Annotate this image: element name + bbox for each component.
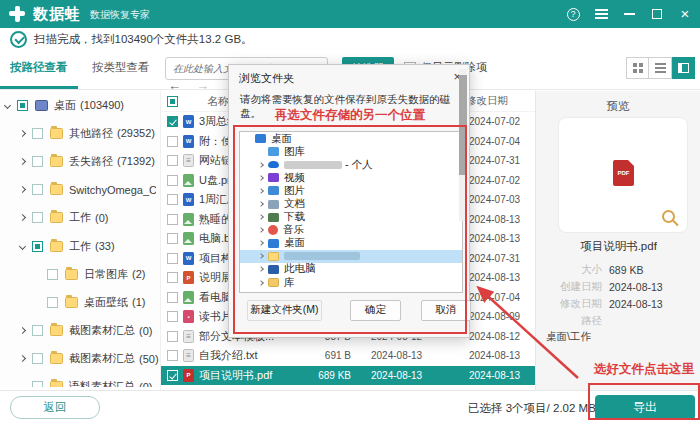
- file-checkbox[interactable]: [167, 350, 178, 361]
- minimize-icon[interactable]: [622, 7, 636, 21]
- file-checkbox[interactable]: [167, 116, 178, 127]
- folder-label: 桌面: [284, 236, 305, 250]
- folder-checkbox[interactable]: [32, 156, 43, 167]
- expand-arrow-icon[interactable]: [19, 214, 26, 221]
- file-modified-date: 2024-07-02: [469, 116, 533, 127]
- zoom-preview-icon[interactable]: [662, 210, 675, 223]
- expand-arrow-icon[interactable]: [258, 201, 264, 207]
- bottom-bar: 返回 已选择 3个项目/ 2.02 MB 导出: [0, 390, 700, 423]
- active-tab-underline: [0, 86, 78, 89]
- file-checkbox[interactable]: [167, 214, 178, 225]
- folder-label: 截图素材汇总: [69, 323, 135, 338]
- dialog-tree-item[interactable]: 下载: [240, 211, 462, 224]
- file-checkbox[interactable]: [167, 136, 178, 147]
- folder-checkbox[interactable]: [32, 241, 43, 252]
- new-folder-button[interactable]: 新建文件夹(M): [247, 300, 322, 321]
- expand-arrow-icon[interactable]: [258, 240, 264, 246]
- forward-arrow-icon[interactable]: →: [196, 78, 209, 93]
- sidebar-tree-item[interactable]: 工作 (33): [0, 232, 160, 260]
- dialog-tree-item[interactable]: 图库: [240, 145, 462, 158]
- grid-view-button[interactable]: [626, 57, 649, 79]
- file-row[interactable]: 项目说明书.pdf 689 KB 2024-08-13 2024-08-13: [161, 366, 535, 386]
- dialog-tree-item[interactable]: 库: [240, 276, 462, 289]
- sidebar-tree-item[interactable]: 日常图库 (2): [0, 260, 160, 288]
- dialog-tree-item[interactable]: - 个人: [240, 158, 462, 171]
- sidebar-tree-item[interactable]: 其他路径 (29352): [0, 119, 160, 147]
- cancel-button[interactable]: 取消: [421, 300, 471, 321]
- expand-arrow-icon[interactable]: [258, 267, 264, 273]
- folder-checkbox[interactable]: [32, 381, 43, 387]
- folder-icon: [268, 278, 279, 287]
- folder-checkbox[interactable]: [47, 297, 58, 308]
- folder-checkbox[interactable]: [32, 325, 43, 336]
- expand-arrow-icon[interactable]: [19, 130, 26, 137]
- dialog-tree-item[interactable]: 图片: [240, 184, 462, 197]
- sidebar-tree-item[interactable]: 桌面 (103490): [0, 91, 160, 119]
- back-arrow-icon[interactable]: ←: [168, 78, 181, 93]
- file-checkbox[interactable]: [167, 272, 178, 283]
- detail-view-button[interactable]: [672, 57, 695, 79]
- tab-by-path[interactable]: 按路径查看: [10, 60, 68, 75]
- file-checkbox[interactable]: [167, 292, 178, 303]
- app-name: 数据蛙: [33, 5, 81, 24]
- file-checkbox[interactable]: [167, 253, 178, 264]
- expand-arrow-icon[interactable]: [19, 327, 26, 334]
- dialog-scrollbar[interactable]: [459, 69, 467, 221]
- sidebar-tree-item[interactable]: 丢失路径 (71392): [0, 147, 160, 175]
- expand-arrow-icon[interactable]: [258, 214, 264, 220]
- expand-arrow-icon[interactable]: [19, 158, 26, 165]
- file-checkbox[interactable]: [167, 155, 178, 166]
- dialog-tree-item[interactable]: 视频: [240, 171, 462, 184]
- scrollbar-thumb[interactable]: [459, 75, 467, 175]
- list-view-button[interactable]: [649, 57, 672, 79]
- file-checkbox[interactable]: [167, 311, 178, 322]
- modified-column-header[interactable]: 修改日期: [466, 94, 530, 108]
- sidebar-tree-item[interactable]: 语料素材汇总 (0): [0, 373, 160, 387]
- sidebar-tree-item[interactable]: 截图素材汇总 (50): [0, 345, 160, 373]
- expand-arrow-icon[interactable]: [19, 186, 26, 193]
- dialog-tree-item[interactable]: 文档: [240, 197, 462, 210]
- file-name: 项目说明书.pdf: [199, 368, 311, 383]
- dialog-tree-item[interactable]: 此电脑: [240, 263, 462, 276]
- expand-arrow-icon[interactable]: [258, 162, 264, 168]
- expand-arrow-icon[interactable]: [258, 227, 264, 233]
- expand-arrow-icon[interactable]: [19, 355, 26, 362]
- expand-arrow-icon[interactable]: [19, 242, 26, 249]
- ok-button[interactable]: 确定: [350, 300, 402, 321]
- file-checkbox[interactable]: [167, 370, 178, 381]
- expand-arrow-icon[interactable]: [258, 254, 264, 260]
- folder-checkbox[interactable]: [32, 184, 43, 195]
- close-icon[interactable]: ×: [678, 7, 692, 21]
- sidebar-tree-item[interactable]: 截图素材汇总 (0): [0, 317, 160, 345]
- sidebar-tree-item[interactable]: 桌面壁纸 (1): [0, 288, 160, 316]
- select-all-checkbox[interactable]: [167, 96, 178, 107]
- export-button[interactable]: 导出: [595, 395, 695, 420]
- file-checkbox[interactable]: [167, 233, 178, 244]
- tab-by-type[interactable]: 按类型查看: [92, 60, 150, 75]
- expand-arrow-icon[interactable]: [4, 102, 11, 109]
- file-row[interactable]: 自我介绍.txt 691 B 2024-08-13 2024-08-13: [161, 346, 535, 366]
- dialog-tree-item[interactable]: 桌面: [240, 237, 462, 250]
- menu-icon[interactable]: [594, 7, 608, 21]
- expand-arrow-icon[interactable]: [258, 188, 264, 194]
- browse-folder-dialog: 浏览文件夹 × 请勿将需要恢复的文件保存到原丢失数据的磁盘。 再选文件存储的另一…: [228, 64, 470, 338]
- expand-arrow-icon[interactable]: [258, 175, 264, 181]
- folder-checkbox[interactable]: [47, 269, 58, 280]
- dialog-tree-item[interactable]: [240, 250, 462, 263]
- dialog-tree-item[interactable]: 桌面: [240, 132, 462, 145]
- folder-checkbox[interactable]: [32, 128, 43, 139]
- file-checkbox[interactable]: [167, 194, 178, 205]
- help-icon[interactable]: ?: [566, 7, 580, 21]
- folder-checkbox[interactable]: [32, 353, 43, 364]
- folder-count: (50): [139, 353, 159, 365]
- folder-checkbox[interactable]: [17, 100, 28, 111]
- folder-checkbox[interactable]: [32, 212, 43, 223]
- maximize-icon[interactable]: [650, 7, 664, 21]
- file-checkbox[interactable]: [167, 331, 178, 342]
- dialog-tree-item[interactable]: 音乐: [240, 224, 462, 237]
- sidebar-tree-item[interactable]: SwitchyOmega_Chromiur: [0, 176, 160, 204]
- expand-arrow-icon[interactable]: [258, 280, 264, 286]
- file-checkbox[interactable]: [167, 175, 178, 186]
- sidebar-tree-item[interactable]: 工作 (0): [0, 204, 160, 232]
- back-button[interactable]: 返回: [10, 396, 100, 419]
